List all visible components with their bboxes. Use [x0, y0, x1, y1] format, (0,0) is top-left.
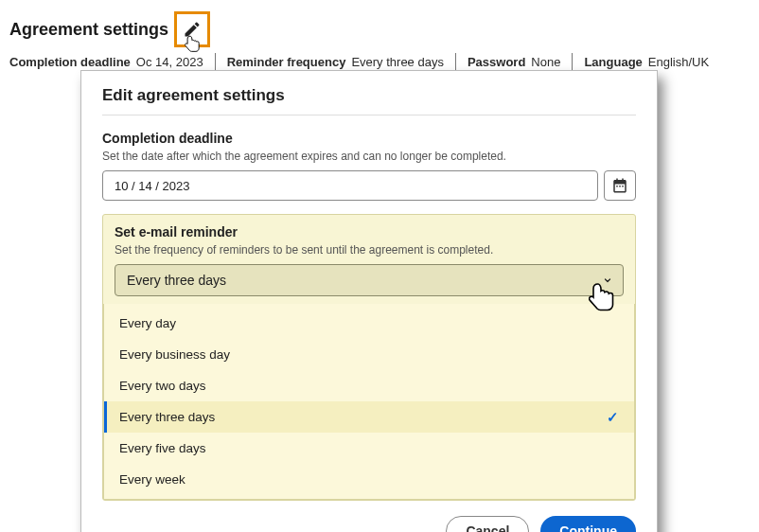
- summary-deadline-label: Completion deadline: [9, 55, 131, 69]
- deadline-section-help: Set the date after which the agreement e…: [102, 150, 636, 163]
- option-label: Every day: [119, 316, 176, 330]
- summary-reminder-value: Every three days: [351, 55, 444, 69]
- option-every-day[interactable]: Every day: [104, 308, 634, 339]
- summary-row: Completion deadline Oc 14, 2023 Reminder…: [9, 53, 750, 70]
- dialog-title: Edit agreement settings: [102, 86, 636, 115]
- reminder-section-help: Set the frequency of reminders to be sen…: [115, 243, 624, 257]
- reminder-dropdown: Every day Every business day Every two d…: [103, 304, 635, 500]
- reminder-frequency-select[interactable]: Every three days: [115, 264, 624, 296]
- cancel-button-label: Cancel: [466, 523, 509, 532]
- summary-language-label: Language: [584, 55, 642, 69]
- option-every-five-days[interactable]: Every five days: [104, 433, 634, 464]
- option-label: Every week: [119, 472, 185, 487]
- edit-agreement-settings-button[interactable]: [174, 11, 210, 47]
- option-label: Every five days: [119, 441, 206, 455]
- deadline-section-label: Completion deadline: [102, 131, 636, 146]
- chevron-down-icon: [602, 275, 613, 286]
- option-every-week[interactable]: Every week: [104, 464, 634, 495]
- reminder-selected-label: Every three days: [127, 273, 226, 288]
- check-icon: ✓: [607, 409, 619, 426]
- calendar-button[interactable]: [604, 170, 636, 201]
- deadline-date-input[interactable]: 10 / 14 / 2023: [102, 170, 598, 201]
- edit-settings-dialog: Edit agreement settings Completion deadl…: [80, 70, 658, 532]
- page-title: Agreement settings: [9, 20, 168, 40]
- option-label: Every three days: [119, 410, 215, 424]
- deadline-date-value: 10 / 14 / 2023: [115, 179, 190, 193]
- summary-language-value: English/UK: [648, 55, 709, 69]
- summary-password-label: Password: [468, 55, 525, 69]
- option-label: Every two days: [119, 379, 206, 393]
- divider: [215, 53, 216, 70]
- summary-password-value: None: [531, 55, 560, 69]
- divider: [572, 53, 573, 70]
- reminder-section-label: Set e-mail reminder: [115, 224, 624, 239]
- divider: [455, 53, 456, 70]
- option-every-business-day[interactable]: Every business day: [104, 339, 634, 370]
- option-every-two-days[interactable]: Every two days: [104, 370, 634, 401]
- summary-reminder-label: Reminder frequency: [227, 55, 346, 69]
- summary-deadline-value: Oc 14, 2023: [136, 55, 203, 69]
- continue-button-label: Continue: [559, 523, 617, 532]
- pencil-icon: [183, 20, 202, 39]
- option-label: Every business day: [119, 347, 230, 362]
- option-every-three-days[interactable]: Every three days ✓: [104, 401, 634, 433]
- cancel-button[interactable]: Cancel: [446, 516, 529, 532]
- continue-button[interactable]: Continue: [540, 516, 636, 532]
- calendar-icon: [611, 177, 628, 194]
